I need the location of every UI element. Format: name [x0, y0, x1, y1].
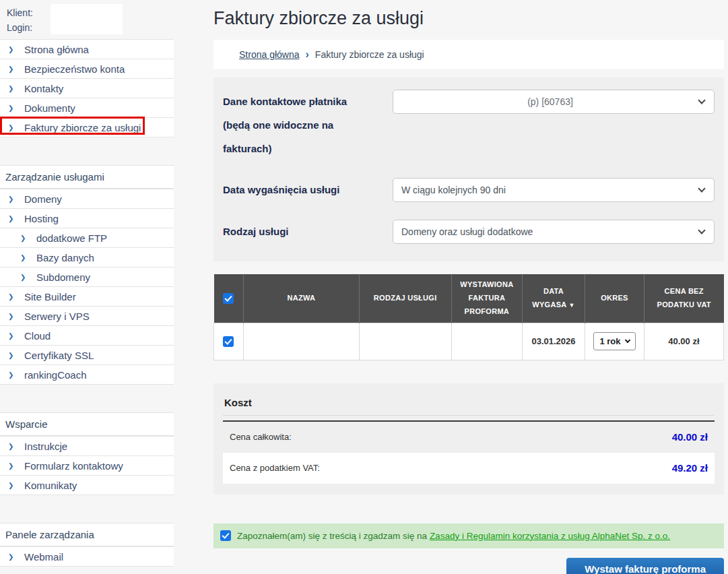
okres-select[interactable]: 1 rok — [593, 332, 635, 350]
main-content: Faktury zbiorcze za usługi Strona główna… — [213, 0, 724, 574]
sidebar-item-faktury-zbiorcze[interactable]: ❯ Faktury zbiorcze za usługi — [0, 118, 174, 137]
header-cell-faktura-proforma[interactable]: WYSTAWIONA FAKTURA PROFORMA — [451, 274, 522, 323]
chevron-down-icon — [698, 96, 705, 104]
chevron-right-icon: ❯ — [8, 313, 24, 320]
header-cell-okres[interactable]: OKRES — [585, 274, 644, 323]
section-title-panele: Panele zarządzania — [0, 523, 174, 546]
services-table: NAZWA RODZAJ USŁUGI WYSTAWIONA FAKTURA P… — [213, 274, 724, 360]
sidebar-item-bezpieczenstwo-konta[interactable]: ❯ Bezpieczeństwo konta — [0, 59, 174, 79]
chevron-right-icon: ❯ — [8, 104, 24, 112]
platnik-select-value: (p) [60763] — [401, 96, 699, 107]
row-checkbox[interactable] — [223, 336, 234, 347]
page-title: Faktury zbiorcze za usługi — [213, 8, 724, 29]
chevron-right-icon: ❯ — [8, 443, 24, 450]
sidebar-panels-menu: ❯ Webmail — [0, 546, 174, 567]
cell-rodzaj-uslugi — [359, 323, 451, 360]
terms-text: Zapoznałem(am) się z treścią i zgadzam s… — [237, 531, 670, 541]
cell-select — [214, 323, 244, 360]
chevron-right-icon: ❯ — [8, 65, 24, 73]
sidebar-item-dokumenty[interactable]: ❯ Dokumenty — [0, 98, 174, 118]
cell-nazwa — [243, 323, 359, 360]
header-cell-select-all — [214, 274, 244, 323]
chevron-right-icon: ❯ — [8, 85, 24, 92]
terms-bar: Zapoznałem(am) się z treścią i zgadzam s… — [213, 523, 724, 548]
filter-row-platnik: Dane kontaktowe płatnika (będą one widoc… — [223, 90, 715, 160]
breadcrumb: Strona główna › Faktury zbiorcze za usłu… — [213, 40, 724, 69]
header-cell-rodzaj-uslugi[interactable]: RODZAJ USŁUGI — [359, 274, 451, 323]
sidebar-item-formularz-kontaktowy[interactable]: ❯ Formularz kontaktowy — [0, 456, 174, 476]
sidebar-item-site-builder[interactable]: ❯ Site Builder — [0, 287, 174, 307]
chevron-right-icon: ❯ — [8, 124, 24, 131]
header-cell-nazwa[interactable]: NAZWA — [243, 274, 359, 323]
sidebar-item-strona-glowna[interactable]: ❯ Strona główna — [0, 40, 174, 59]
chevron-down-icon — [624, 338, 630, 343]
filters-panel: Dane kontaktowe płatnika (będą one widoc… — [213, 77, 724, 261]
filter-row-rodzaj-uslugi: Rodzaj usługi Domeny oraz usługi dodatko… — [223, 220, 715, 244]
sidebar-item-rankingcoach[interactable]: ❯ rankingCoach — [0, 365, 174, 385]
chevron-down-icon — [698, 226, 705, 234]
sidebar-item-dodatkowe-ftp[interactable]: ❯ dodatkowe FTP — [0, 228, 174, 248]
chevron-right-icon: ❯ — [8, 332, 24, 340]
chevron-right-icon: ❯ — [8, 482, 24, 489]
cost-summary: Koszt Cena całkowita: 40.00 zł Cena z po… — [213, 383, 724, 495]
cost-label: Cena całkowita: — [230, 432, 292, 442]
section-title-wsparcie: Wsparcie — [0, 412, 174, 436]
client-info: Klient: Login: — [0, 0, 174, 39]
breadcrumb-home-link[interactable]: Strona główna — [239, 49, 300, 60]
chevron-right-icon: ❯ — [20, 274, 36, 281]
platnik-select[interactable]: (p) [60763] — [393, 90, 715, 114]
sidebar: Klient: Login: ❯ Strona główna ❯ Bezpiec… — [0, 0, 174, 567]
sidebar-item-domeny[interactable]: ❯ Domeny — [0, 189, 174, 209]
chevron-right-icon: ❯ — [8, 553, 24, 561]
sidebar-item-kontakty[interactable]: ❯ Kontakty — [0, 79, 174, 98]
table-header-row: NAZWA RODZAJ USŁUGI WYSTAWIONA FAKTURA P… — [214, 274, 724, 323]
cell-data-wygasa: 03.01.2026 — [522, 323, 585, 360]
chevron-right-icon: ❯ — [8, 215, 24, 222]
chevron-down-icon — [698, 185, 705, 192]
chevron-right-icon: ❯ — [8, 293, 24, 300]
breadcrumb-current: Faktury zbiorcze za usługi — [315, 49, 424, 60]
rodzaj-uslugi-label: Rodzaj usługi — [223, 220, 368, 244]
chevron-right-icon: ❯ — [20, 254, 36, 261]
submit-proforma-button[interactable]: Wystaw fakturę proforma — [566, 558, 724, 574]
breadcrumb-separator-icon: › — [306, 49, 309, 61]
data-wygasniecia-select[interactable]: W ciągu kolejnych 90 dni — [393, 178, 715, 202]
sidebar-item-webmail[interactable]: ❯ Webmail — [0, 547, 174, 567]
rodzaj-uslugi-select-value: Domeny oraz usługi dodatkowe — [401, 226, 699, 237]
sidebar-item-bazy-danych[interactable]: ❯ Bazy danych — [0, 248, 174, 267]
sidebar-support-menu: ❯ Instrukcje ❯ Formularz kontaktowy ❯ Ko… — [0, 436, 174, 495]
terms-link[interactable]: Zasady i Regulamin korzystania z usług A… — [430, 531, 670, 541]
sidebar-item-komunikaty[interactable]: ❯ Komunikaty — [0, 476, 174, 495]
cost-label: Cena z podatkiem VAT: — [230, 463, 320, 473]
client-login-value-box[interactable] — [51, 4, 123, 34]
platnik-label: Dane kontaktowe płatnika (będą one widoc… — [223, 90, 368, 160]
chevron-right-icon: ❯ — [8, 462, 24, 470]
chevron-right-icon: ❯ — [8, 195, 24, 203]
data-wygasniecia-select-value: W ciągu kolejnych 90 dni — [401, 185, 699, 195]
sort-desc-icon: ▼ — [569, 302, 575, 309]
section-title-zarzadzanie: Zarządzanie usługami — [0, 165, 174, 189]
filter-row-data-wygasniecia: Data wygaśnięcia usługi W ciągu kolejnyc… — [223, 178, 715, 202]
sidebar-item-cloud[interactable]: ❯ Cloud — [0, 326, 174, 346]
chevron-right-icon: ❯ — [8, 371, 24, 379]
chevron-right-icon: ❯ — [8, 352, 24, 359]
sidebar-item-instrukcje[interactable]: ❯ Instrukcje — [0, 437, 174, 456]
cell-cena: 40.00 zł — [644, 323, 723, 360]
terms-checkbox[interactable] — [220, 530, 231, 541]
sidebar-item-serwery-vps[interactable]: ❯ Serwery i VPS — [0, 307, 174, 326]
actions-bar: Wystaw fakturę proforma — [213, 558, 724, 574]
cost-rows: Cena całkowita: 40.00 zł Cena z podatkie… — [223, 420, 715, 484]
data-wygasniecia-label: Data wygaśnięcia usługi — [223, 178, 368, 202]
sidebar-top-menu: ❯ Strona główna ❯ Bezpieczeństwo konta ❯… — [0, 39, 174, 137]
header-cell-cena[interactable]: CENA BEZ PODATKU VAT — [644, 274, 723, 323]
sidebar-item-hosting[interactable]: ❯ Hosting — [0, 209, 174, 228]
header-cell-data-wygasa[interactable]: DATA WYGASA▼ — [522, 274, 585, 323]
cost-value: 49.20 zł — [672, 462, 708, 474]
select-all-checkbox[interactable] — [223, 293, 234, 304]
sidebar-item-subdomeny[interactable]: ❯ Subdomeny — [0, 267, 174, 287]
service-row: 03.01.2026 1 rok 40.00 zł — [214, 323, 724, 360]
chevron-right-icon: ❯ — [8, 46, 24, 53]
rodzaj-uslugi-select[interactable]: Domeny oraz usługi dodatkowe — [393, 220, 715, 244]
sidebar-item-certyfikaty-ssl[interactable]: ❯ Certyfikaty SSL — [0, 346, 174, 365]
cost-row-total-gross: Cena z podatkiem VAT: 49.20 zł — [223, 453, 715, 484]
